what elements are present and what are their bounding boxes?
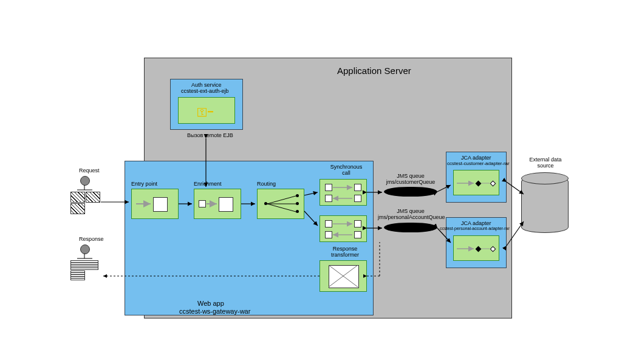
diagram-canvas: Application Server Auth service ccstest-… (0, 0, 622, 364)
jms2-name: jms/personalAccountQueue (378, 214, 443, 220)
routing-label: Routing (257, 181, 276, 187)
sync2-sq2 (354, 220, 361, 228)
routing-dot3 (296, 210, 299, 213)
entry-label: Entry point (131, 181, 157, 187)
enrich-sq1 (199, 200, 206, 207)
sync2-sq3 (325, 231, 332, 238)
webapp-title: Web app (197, 300, 224, 307)
jms1-title: JMS queue (386, 173, 435, 179)
response-doc2 (70, 271, 85, 280)
jca2-title: JCA adapter (461, 220, 491, 226)
jca2-name: ccstest-personal-account-adapter-rar (440, 226, 510, 231)
request-doc3 (70, 203, 85, 214)
sync2-sq1 (325, 220, 332, 228)
resptrans-inner (329, 265, 359, 288)
request-doc1 (70, 192, 85, 203)
request-circle (80, 176, 90, 186)
resptrans-label: Response transformer (328, 246, 362, 258)
request-doc2 (86, 192, 100, 203)
response-label: Response (79, 236, 104, 242)
request-label: Request (79, 167, 100, 174)
jms2-title: JMS queue (386, 208, 435, 214)
routing-dot-in (264, 202, 267, 205)
auth-inner: ⚿━ (178, 97, 235, 124)
sync1-sq3 (325, 195, 332, 202)
sync-label: Synchronous call (328, 164, 364, 176)
jms1-cylinder (384, 187, 437, 197)
ext-cylinder-top (521, 172, 569, 184)
enrichment-label: Enrichment (194, 181, 222, 187)
ext-label: External data source (524, 157, 567, 169)
sync1-sq4 (354, 195, 361, 202)
routing-dot1 (296, 194, 299, 197)
app-server-title: Application Server (337, 66, 411, 76)
auth-title: Auth service (191, 82, 222, 88)
entry-square (153, 197, 168, 212)
auth-name: ccstest-ext-auth-ejb (181, 88, 229, 94)
jca1-title: JCA adapter (461, 155, 491, 161)
response-doc1 (70, 260, 98, 270)
sync1-sq2 (354, 184, 361, 191)
enrich-sq2 (219, 197, 233, 212)
jms2-cylinder (384, 223, 437, 232)
auth-call: Вызов remote EJB (187, 132, 233, 138)
sync2-sq4 (354, 231, 361, 238)
sync1-sq1 (325, 184, 332, 191)
key-icon: ⚿━ (197, 106, 213, 119)
jca1-name: ccstest-customer-adapter-rar (447, 161, 510, 166)
webapp-name: ccstest-ws-gateway-war (179, 308, 250, 315)
jms1-name: jms/customerQueue (385, 179, 436, 185)
ext-cylinder (521, 176, 569, 233)
response-circle (80, 244, 90, 254)
routing-dot2 (296, 202, 299, 205)
